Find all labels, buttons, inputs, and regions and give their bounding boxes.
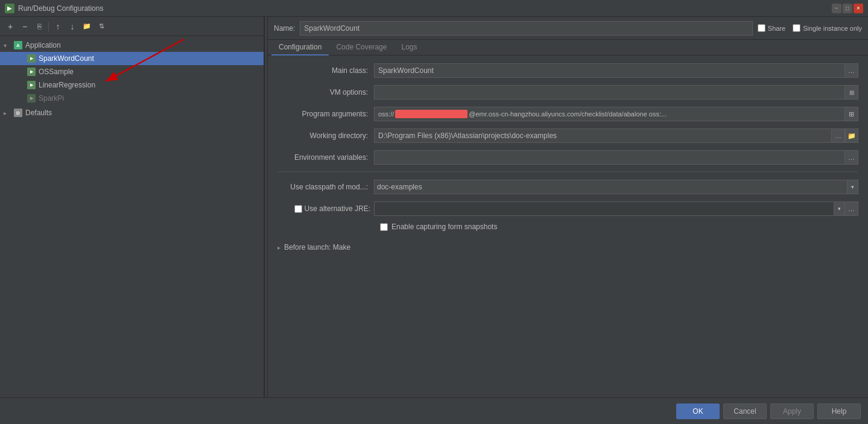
form-divider (277, 171, 858, 172)
main-class-input[interactable] (374, 63, 845, 78)
classpath-select-arrow[interactable]: ▾ (847, 180, 858, 194)
toolbar: + − ⎘ ↑ ↓ 📁 ⇅ (0, 17, 264, 36)
move-up-button[interactable]: ↑ (51, 20, 65, 33)
tree-item-sparkpi[interactable]: ▶ SparkPi (0, 92, 264, 105)
working-dir-browse-button[interactable]: … (832, 128, 845, 143)
help-button[interactable]: Help (817, 403, 861, 419)
use-alt-jre-input-group: ▾ … (374, 201, 858, 216)
tree-label-defaults: Defaults (25, 109, 52, 117)
use-alt-jre-label: Use alternative JRE: (305, 204, 370, 213)
tree-item-linearregression[interactable]: ▶ LinearRegression (0, 78, 264, 92)
apply-button[interactable]: Apply (770, 403, 814, 419)
app-icon: ▶ (5, 4, 14, 13)
name-input[interactable] (300, 21, 752, 36)
share-label: Share (768, 25, 785, 32)
before-launch-text: Before launch: Make (284, 243, 350, 252)
maximize-button[interactable]: □ (843, 4, 852, 13)
use-alt-jre-row: Use alternative JRE: ▾ … (277, 201, 858, 217)
before-launch-header[interactable]: ▸ Before launch: Make (277, 243, 858, 252)
program-args-label: Program arguments: (277, 110, 374, 118)
name-label: Name: (274, 24, 295, 33)
use-classpath-label: Use classpath of mod...: (277, 183, 374, 191)
close-button[interactable]: × (854, 4, 863, 13)
env-vars-browse-button[interactable]: … (845, 150, 858, 165)
enable-capture-checkbox[interactable] (380, 223, 388, 231)
single-instance-checkbox-label[interactable]: Single instance only (793, 24, 862, 32)
enable-capture-row: Enable capturing form snapshots (277, 223, 858, 231)
share-checkbox-label[interactable]: Share (758, 24, 785, 32)
sort-button[interactable]: ⇅ (95, 20, 108, 33)
before-launch-section: ▸ Before launch: Make (277, 243, 858, 252)
enable-capture-label[interactable]: Enable capturing form snapshots (380, 223, 497, 231)
single-instance-label: Single instance only (803, 25, 862, 32)
program-args-prefix: oss:// (378, 110, 394, 118)
use-classpath-select-wrapper: doc-examples ▾ (374, 180, 858, 194)
use-classpath-select[interactable]: doc-examples (374, 180, 847, 194)
tree-item-defaults-group[interactable]: ▸ D Defaults (0, 106, 264, 119)
title-bar: ▶ Run/Debug Configurations − □ × (0, 0, 868, 17)
tab-configuration[interactable]: Configuration (271, 40, 329, 55)
vm-options-input-group: ⊞ (374, 85, 858, 100)
program-args-redacted-1 (395, 110, 467, 118)
tree-item-sparkwordcount[interactable]: ▶ SparkWordCount (0, 52, 264, 65)
use-alt-jre-check-group: Use alternative JRE: (277, 204, 374, 213)
program-args-suffix: @emr.oss-cn-hangzhou.aliyuncs.com/checkl… (469, 110, 667, 118)
name-options: Share Single instance only (758, 24, 862, 32)
working-dir-label: Working directory: (277, 131, 374, 140)
application-group-icon: A (13, 40, 23, 50)
add-button[interactable]: + (4, 20, 17, 33)
use-alt-jre-input[interactable] (374, 201, 834, 216)
cancel-button[interactable]: Cancel (723, 403, 767, 419)
linearregression-icon: ▶ (27, 80, 36, 90)
left-panel: + − ⎘ ↑ ↓ 📁 ⇅ ▾ A Application (0, 17, 264, 397)
tree-label-application: Application (25, 41, 61, 49)
tree-arrow-defaults: ▸ (4, 110, 11, 116)
tab-logs[interactable]: Logs (394, 40, 424, 55)
tree-container: ▾ A Application ▶ SparkWordCount (0, 36, 264, 397)
config-panel: Main class: … VM options: ⊞ Pr (268, 55, 868, 397)
minimize-button[interactable]: − (832, 4, 841, 13)
main-container: + − ⎘ ↑ ↓ 📁 ⇅ ▾ A Application (0, 17, 868, 424)
content-area: + − ⎘ ↑ ↓ 📁 ⇅ ▾ A Application (0, 17, 868, 397)
alt-jre-dropdown[interactable]: ▾ (834, 201, 845, 216)
enable-capture-text: Enable capturing form snapshots (391, 223, 497, 231)
working-dir-input[interactable] (374, 128, 832, 143)
vm-options-input[interactable] (374, 85, 845, 100)
tab-code-coverage[interactable]: Code Coverage (329, 40, 394, 55)
tree-item-osssample[interactable]: ▶ OSSample (0, 65, 264, 78)
single-instance-checkbox[interactable] (793, 24, 800, 32)
share-checkbox[interactable] (758, 24, 765, 32)
tree-arrow-application: ▾ (4, 42, 11, 49)
tree-label-linearregression: LinearRegression (39, 81, 95, 89)
sparkpi-icon: ▶ (27, 93, 36, 103)
env-vars-input[interactable] (374, 150, 845, 165)
program-args-expand-button[interactable]: ⊞ (845, 107, 858, 121)
alt-jre-browse-button[interactable]: … (845, 201, 858, 216)
toolbar-separator (48, 22, 49, 31)
env-vars-row: Environment variables: … (277, 150, 858, 165)
main-class-row: Main class: … (277, 63, 858, 78)
remove-button[interactable]: − (18, 20, 31, 33)
ok-button[interactable]: OK (676, 403, 720, 419)
working-dir-folder-button[interactable]: 📁 (845, 128, 858, 143)
vm-options-expand-button[interactable]: ⊞ (845, 85, 858, 100)
move-down-button[interactable]: ↓ (66, 20, 79, 33)
vm-options-label: VM options: (277, 88, 374, 97)
main-class-browse-button[interactable]: … (845, 63, 858, 78)
title-bar-text: Run/Debug Configurations (18, 4, 103, 13)
use-alt-jre-checkbox[interactable] (294, 205, 302, 213)
program-args-input-group: oss:// @emr.oss-cn-hangzhou.aliyuncs.com… (374, 107, 858, 121)
main-class-label: Main class: (277, 66, 374, 75)
main-class-input-group: … (374, 63, 858, 78)
tree-item-application-group[interactable]: ▾ A Application (0, 39, 264, 52)
right-panel: Name: Share Single instance only Configu… (268, 17, 868, 397)
osssample-icon: ▶ (27, 67, 36, 77)
working-dir-input-group: … 📁 (374, 128, 858, 143)
before-launch-arrow-icon: ▸ (277, 244, 280, 251)
defaults-group-icon: D (13, 108, 23, 118)
folder-button[interactable]: 📁 (80, 20, 93, 33)
copy-button[interactable]: ⎘ (33, 20, 46, 33)
use-classpath-row: Use classpath of mod...: doc-examples ▾ (277, 179, 858, 195)
program-args-row: Program arguments: oss:// @emr.oss-cn-ha… (277, 106, 858, 122)
program-args-display[interactable]: oss:// @emr.oss-cn-hangzhou.aliyuncs.com… (374, 107, 845, 121)
